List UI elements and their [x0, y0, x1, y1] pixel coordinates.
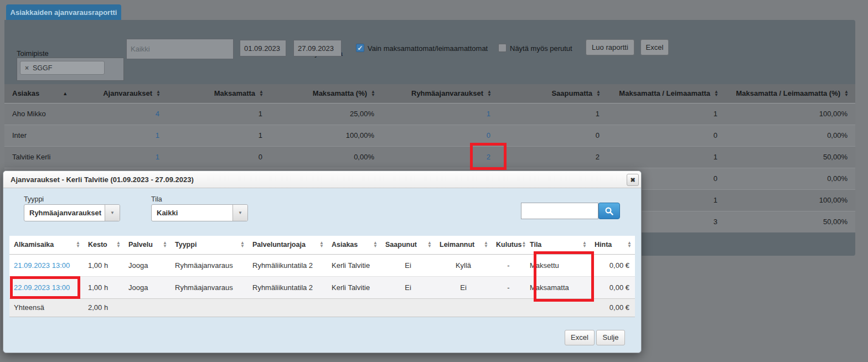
group-appointments-count-link-highlighted[interactable]: 2 — [487, 153, 490, 161]
sort-icon — [116, 241, 121, 248]
col-kesto[interactable]: Kesto — [84, 236, 124, 254]
tila-select[interactable]: Kaikki — [151, 204, 248, 221]
status-unpaid: Maksamatta — [525, 276, 590, 298]
toimipiste-tag-label: SGGF — [33, 64, 52, 72]
sorted-asc-icon — [63, 91, 68, 96]
modal-close-button[interactable]: Sulje — [596, 330, 625, 345]
search-input[interactable] — [521, 203, 598, 219]
sort-icon — [522, 241, 526, 248]
modal-title: Ajanvaraukset - Kerli Talvitie (01.09.20… — [11, 175, 194, 184]
modal-header: Ajanvaraukset - Kerli Talvitie (01.09.20… — [3, 171, 641, 188]
palveluntarjoaja-input[interactable] — [126, 39, 234, 59]
toimipiste-multiselect[interactable]: × SGGF — [17, 58, 124, 81]
group-appointments-count-link[interactable]: 0 — [487, 131, 490, 139]
toimipiste-tag-sggf: × SGGF — [20, 61, 105, 75]
modal-excel-button[interactable]: Excel — [565, 330, 595, 345]
sort-icon — [714, 90, 719, 97]
tila-select-value: Kaikki — [152, 209, 232, 217]
appointment-date-link[interactable]: 21.09.2023 13:00 — [14, 261, 70, 270]
sort-icon — [240, 241, 245, 248]
sort-icon — [259, 90, 264, 97]
sort-icon — [371, 90, 375, 97]
col-asiakas[interactable]: Asiakas — [327, 236, 381, 254]
sort-icon — [427, 241, 432, 248]
tyyppi-select-value: Ryhmäajanvaraukset — [24, 209, 105, 217]
show-cancelled-checkbox-label: Näytä myös perutut — [510, 44, 572, 53]
tag-remove-icon[interactable]: × — [25, 64, 29, 72]
col-kulutus[interactable]: Kulutus — [492, 236, 525, 254]
tyyppi-select[interactable]: Ryhmäajanvaraukset — [24, 204, 120, 221]
col-ryhmaajanvaraukset[interactable]: Ryhmäajanvaraukset — [382, 84, 498, 103]
group-appointments-count-link[interactable]: 1 — [487, 110, 490, 118]
table-row: Talvitie Kerli 1 0 0,00% 2 2 1 50,00% — [4, 146, 855, 168]
sort-icon — [163, 241, 167, 248]
table-row: Inter 1 1 100,00% 0 0 0 0,00% — [4, 125, 855, 146]
sort-icon — [373, 241, 378, 248]
appointments-modal: Ajanvaraukset - Kerli Talvitie (01.09.20… — [3, 170, 642, 353]
chevron-down-icon[interactable] — [232, 205, 247, 221]
toimipiste-label: Toimipiste — [17, 49, 49, 58]
totals-row: Yhteensä 2,00 h 0,00 € — [9, 298, 635, 317]
appointment-row: 22.09.2023 13:00 1,00 h Jooga Ryhmäajanv… — [9, 276, 635, 298]
close-icon[interactable]: ✖ — [627, 174, 639, 186]
sort-icon — [596, 90, 601, 97]
page: Asiakkaiden ajanvarausraportti Toimipist… — [0, 0, 868, 362]
appointment-date-link-highlighted[interactable]: 22.09.2023 13:00 — [14, 283, 70, 292]
sort-icon — [627, 241, 632, 248]
sort-icon — [156, 90, 161, 97]
col-asiakas[interactable]: Asiakas — [4, 84, 89, 103]
col-ajanvaraukset[interactable]: Ajanvaraukset — [89, 84, 167, 103]
search-button[interactable] — [598, 203, 620, 219]
show-cancelled-checkbox[interactable] — [498, 44, 507, 52]
excel-export-button[interactable]: Excel — [640, 39, 669, 55]
sort-icon — [582, 241, 587, 248]
tyyppi-label: Tyyppi — [24, 195, 44, 203]
sort-icon — [844, 90, 849, 97]
sort-icon — [484, 241, 488, 248]
col-tila[interactable]: Tila — [525, 236, 590, 254]
create-report-button[interactable]: Luo raportti — [586, 39, 634, 55]
chevron-down-icon[interactable] — [105, 205, 120, 221]
alkamisaika-input[interactable] — [240, 40, 286, 56]
search-icon — [604, 206, 614, 216]
col-leimannut[interactable]: Leimannut — [435, 236, 492, 254]
col-saapunut[interactable]: Saapunut — [381, 236, 435, 254]
col-tyyppi[interactable]: Tyyppi — [170, 236, 248, 254]
only-unpaid-checkbox-label: Vain maksamattomat/leimaamattomat — [368, 44, 488, 53]
appointments-count-link[interactable]: 1 — [156, 153, 159, 161]
col-palvelu[interactable]: Palvelu — [124, 236, 170, 254]
appointments-count-link[interactable]: 4 — [156, 110, 159, 118]
tab-asiakkaiden-ajanvarausraportti[interactable]: Asiakkaiden ajanvarausraportti — [6, 4, 121, 20]
tila-label: Tila — [151, 195, 162, 203]
only-unpaid-checkbox[interactable]: ✓ — [356, 44, 364, 52]
col-maksamatta[interactable]: Maksamatta — [167, 84, 270, 103]
col-maks-leim-pct[interactable]: Maksamatta / Leimaamatta (%) — [725, 84, 855, 103]
appointments-count-link[interactable]: 1 — [156, 131, 159, 139]
col-maks-leim[interactable]: Maksamatta / Leimaamatta — [607, 84, 725, 103]
table-header-row: Asiakas Ajanvaraukset Maksamatta Maksama… — [4, 84, 855, 103]
table-row: Aho Mikko 4 1 25,00% 1 1 1 100,00% — [4, 103, 855, 125]
paattymisaika-input[interactable] — [293, 40, 342, 56]
col-saapumatta[interactable]: Saapumatta — [498, 84, 607, 103]
col-palveluntarjoaja[interactable]: Palveluntarjoaja — [248, 236, 327, 254]
sort-icon — [487, 90, 492, 97]
sort-icon — [76, 241, 80, 248]
col-hinta[interactable]: Hinta — [590, 236, 635, 254]
col-maksamatta-pct[interactable]: Maksamatta (%) — [270, 84, 382, 103]
status-paid: Maksettu — [525, 254, 590, 276]
appointment-row: 21.09.2023 13:00 1,00 h Jooga Ryhmäajanv… — [9, 254, 635, 276]
col-alkamisaika[interactable]: Alkamisaika — [9, 236, 84, 254]
sort-icon — [319, 241, 324, 248]
appointments-table: Alkamisaika Kesto Palvelu Tyyppi Palvelu… — [9, 236, 635, 317]
table-header-row: Alkamisaika Kesto Palvelu Tyyppi Palvelu… — [9, 236, 635, 254]
